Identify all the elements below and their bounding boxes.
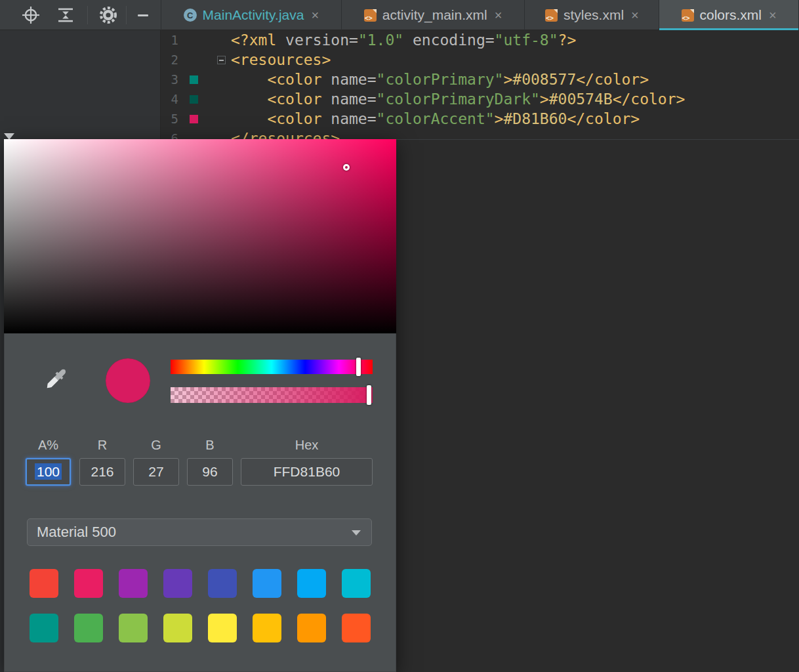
code-token: version= [285, 32, 358, 49]
blue-field[interactable]: 96 [187, 458, 233, 486]
fold-minus [219, 60, 224, 61]
palette-swatch[interactable] [253, 569, 281, 598]
xml-glyph: <> [546, 14, 554, 22]
line-number: 1 [161, 30, 178, 50]
code-text[interactable]: <color name="colorPrimaryDark">#00574B</… [231, 89, 685, 109]
green-field-group: G27 [133, 435, 179, 486]
java-class-icon: C [184, 9, 197, 22]
code-token: </color> [567, 110, 640, 127]
palette-swatch-grid [30, 569, 384, 658]
red-field[interactable]: 216 [79, 458, 125, 486]
palette-swatch[interactable] [253, 614, 281, 642]
minimize-icon[interactable] [133, 5, 153, 25]
current-color-preview [106, 358, 150, 403]
swatch-row [30, 614, 384, 642]
palette-swatch[interactable] [342, 569, 371, 598]
code-token: </color> [613, 91, 686, 108]
green-field[interactable]: 27 [133, 458, 179, 486]
fold-marker[interactable] [217, 56, 226, 64]
code-line: 5 <color name="colorAccent">#D81B60</col… [161, 109, 799, 129]
tab-close-icon[interactable]: × [631, 9, 639, 22]
code-text[interactable]: <color name="colorAccent">#D81B60</color… [231, 109, 640, 129]
tab-label: colors.xml [700, 7, 762, 23]
palette-swatch[interactable] [74, 614, 103, 642]
header-bar: CMainActivity.java×<>activity_main.xml×<… [0, 0, 799, 30]
eyedropper-icon[interactable] [44, 367, 69, 392]
alpha-value: 100 [35, 463, 62, 480]
alpha-slider[interactable] [171, 387, 373, 403]
alpha-slider-handle[interactable] [367, 385, 371, 405]
settings-gear-icon[interactable] [98, 5, 118, 25]
palette-swatch[interactable] [163, 569, 192, 598]
minus-glyph [138, 14, 148, 16]
xml-file-icon: <> [364, 9, 377, 22]
editor-tab-strip: CMainActivity.java×<>activity_main.xml×<… [161, 0, 799, 30]
tab-close-icon[interactable]: × [311, 9, 319, 22]
toolbar-separator [126, 6, 127, 24]
code-token: encoding= [413, 32, 495, 49]
tab-close-icon[interactable]: × [769, 9, 777, 22]
line-number: 2 [161, 50, 178, 70]
tab-activity_main.xml[interactable]: <>activity_main.xml× [342, 0, 525, 30]
palette-swatch[interactable] [119, 569, 148, 598]
hex-value: FFD81B60 [274, 464, 340, 479]
xml-glyph: <> [682, 14, 690, 22]
palette-swatch[interactable] [74, 569, 103, 598]
xml-file-icon: <> [545, 9, 558, 22]
code-token [231, 71, 267, 88]
tab-label: MainActivity.java [203, 7, 304, 23]
code-token [403, 32, 413, 49]
gutter-color-swatch[interactable] [190, 75, 198, 84]
code-line: 3 <color name="colorPrimary">#008577</co… [161, 70, 799, 89]
gutter-color-swatch[interactable] [190, 95, 198, 104]
hex-field-group: HexFFD81B60 [241, 435, 373, 486]
saturation-brightness-panel[interactable] [4, 139, 396, 333]
code-text[interactable]: <resources> [231, 50, 331, 70]
code-token: "1.0" [358, 32, 403, 49]
hue-slider[interactable] [171, 360, 373, 374]
color-picker-popup: A%100R216G27B96HexFFD81B60 Material 500 [4, 139, 396, 672]
code-token: > [540, 91, 549, 108]
palette-swatch[interactable] [208, 614, 237, 642]
tab-colors.xml[interactable]: <>colors.xml× [659, 0, 799, 30]
fold-corner [554, 9, 558, 13]
toolbar [0, 0, 161, 30]
collapse-icon[interactable] [56, 5, 75, 25]
chevron-down-icon [352, 530, 361, 536]
line-number: 4 [161, 89, 178, 109]
palette-swatch[interactable] [30, 614, 58, 642]
fold-corner [373, 9, 377, 13]
palette-swatch[interactable] [163, 614, 192, 642]
palette-swatch[interactable] [208, 569, 237, 598]
code-text[interactable]: <?xml version="1.0" encoding="utf-8"?> [231, 30, 576, 50]
code-token: </color> [576, 71, 649, 88]
editor-divider [396, 139, 799, 140]
palette-swatch[interactable] [119, 614, 148, 642]
palette-swatch[interactable] [297, 614, 326, 642]
xml-file-icon: <> [682, 9, 694, 22]
alpha-field[interactable]: 100 [26, 458, 71, 486]
crosshair-icon[interactable] [21, 5, 41, 25]
palette-swatch[interactable] [297, 569, 326, 598]
red-value: 216 [91, 464, 113, 479]
line-number: 3 [161, 70, 178, 89]
gutter-color-swatch[interactable] [190, 115, 198, 123]
tab-MainActivity.java[interactable]: CMainActivity.java× [161, 0, 342, 30]
code-token: name= [331, 71, 376, 88]
code-token [231, 91, 267, 108]
saturation-cursor[interactable] [343, 164, 350, 171]
alpha-gradient [171, 387, 373, 403]
code-token: "utf-8" [495, 32, 558, 49]
tab-styles.xml[interactable]: <>styles.xml× [525, 0, 659, 30]
palette-swatch[interactable] [342, 614, 371, 642]
green-value: 27 [148, 464, 163, 479]
palette-swatch[interactable] [30, 569, 58, 598]
code-token: <color [267, 91, 331, 108]
blue-value: 96 [202, 464, 217, 479]
hue-slider-handle[interactable] [356, 358, 361, 376]
blue-field-group: B96 [187, 435, 233, 486]
palette-dropdown[interactable]: Material 500 [27, 518, 372, 546]
hex-field[interactable]: FFD81B60 [241, 458, 373, 486]
code-text[interactable]: <color name="colorPrimary">#008577</colo… [231, 70, 649, 89]
tab-close-icon[interactable]: × [495, 9, 502, 22]
